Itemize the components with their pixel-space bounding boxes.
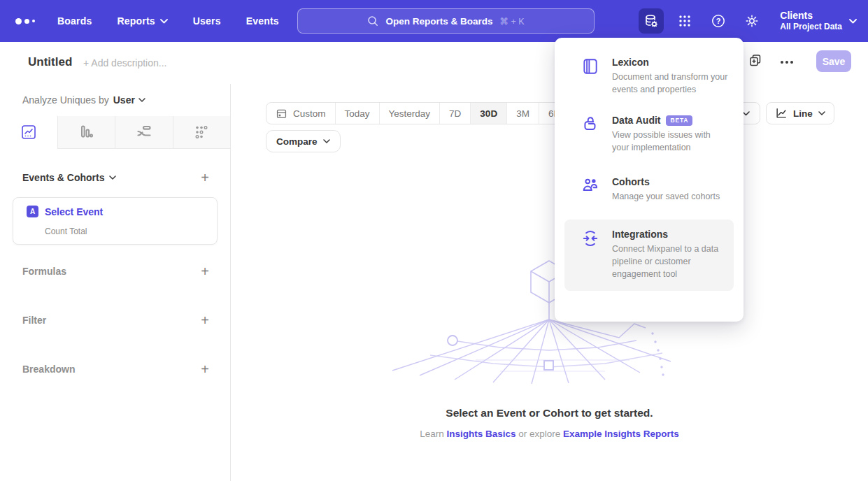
- line-style-icon: [775, 107, 788, 120]
- svg-text:?: ?: [716, 17, 721, 25]
- settings-button[interactable]: [739, 8, 764, 34]
- count-total-label[interactable]: Count Total: [45, 227, 87, 236]
- empty-state-subtext: Learn Insights Basics or explore Example…: [231, 429, 868, 439]
- mixpanel-logo: [15, 18, 46, 24]
- bar-chart-icon: [78, 124, 94, 141]
- calendar-icon: [276, 108, 287, 120]
- date-range-label: Custom: [293, 108, 326, 119]
- select-event-label[interactable]: Select Event: [45, 206, 103, 217]
- menu-item-description: Document and transform your events and p…: [612, 71, 730, 96]
- date-range-3m[interactable]: 3M: [506, 103, 539, 124]
- data-management-button[interactable]: [639, 8, 664, 34]
- tab-bar-chart[interactable]: [57, 116, 115, 149]
- tab-metric-chart[interactable]: [173, 116, 231, 149]
- project-name: Clients: [780, 10, 842, 22]
- beta-badge: BETA: [666, 115, 692, 126]
- breakdown-section: Breakdown +: [0, 362, 230, 376]
- menu-item-cohorts[interactable]: Cohorts Manage your saved cohorts: [555, 176, 744, 203]
- date-range-label: 3M: [516, 108, 529, 119]
- duplicate-icon: [748, 53, 762, 67]
- date-range-label: 30D: [480, 108, 497, 119]
- report-title[interactable]: Untitled: [28, 55, 72, 69]
- analyze-value: User: [113, 94, 135, 106]
- nav-link-label: Users: [193, 15, 221, 27]
- menu-item-data-audit[interactable]: Data Audit BETA View possible issues wit…: [555, 115, 744, 154]
- chevron-down-icon: [160, 19, 168, 24]
- events-cohorts-header[interactable]: Events & Cohorts: [22, 172, 116, 183]
- search-label: Open Reports & Boards: [385, 16, 492, 27]
- menu-item-integrations[interactable]: Integrations Connect Mixpanel to a data …: [564, 220, 734, 291]
- top-navbar: Boards Reports Users Events Open Reports…: [0, 0, 868, 42]
- analyze-row: Analyze Uniques by User: [0, 84, 230, 116]
- integrations-sync-icon: [581, 229, 599, 247]
- events-cohorts-section: Events & Cohorts +: [0, 171, 230, 185]
- help-icon: ?: [711, 13, 726, 29]
- date-range-label: 7D: [449, 108, 461, 119]
- menu-item-title: Lexicon: [612, 57, 649, 68]
- insights-basics-link[interactable]: Insights Basics: [446, 429, 515, 439]
- add-formula-button[interactable]: +: [201, 264, 209, 278]
- global-search[interactable]: Open Reports & Boards ⌘ + K: [297, 8, 595, 34]
- date-range-custom[interactable]: Custom: [266, 103, 335, 124]
- gear-icon: [744, 13, 760, 29]
- menu-item-lexicon[interactable]: Lexicon Document and transform your even…: [555, 57, 744, 96]
- lexicon-book-icon: [581, 57, 599, 76]
- empty-state-heading: Select an Event or Cohort to get started…: [231, 407, 868, 419]
- add-breakdown-button[interactable]: +: [201, 362, 209, 376]
- nav-link-label: Reports: [117, 15, 155, 27]
- tab-flow-chart[interactable]: [115, 116, 173, 149]
- add-filter-button[interactable]: +: [201, 313, 209, 327]
- analyze-value-dropdown[interactable]: User: [113, 94, 145, 106]
- menu-item-title: Integrations: [612, 229, 668, 240]
- nav-link-label: Events: [246, 15, 279, 27]
- date-range-today[interactable]: Today: [335, 103, 379, 124]
- example-reports-link[interactable]: Example Insights Reports: [563, 429, 679, 439]
- nav-links: Boards Reports Users Events: [57, 10, 304, 32]
- nav-link-events[interactable]: Events: [246, 10, 279, 32]
- chevron-down-icon: [818, 111, 825, 115]
- save-button[interactable]: Save: [816, 50, 851, 72]
- query-builder-sidebar: Analyze Uniques by User: [0, 84, 231, 481]
- date-range-label: Today: [345, 108, 370, 119]
- chevron-down-icon: [323, 139, 330, 143]
- search-icon: [367, 15, 378, 27]
- data-audit-icon: [581, 115, 599, 134]
- more-options-button[interactable]: [778, 53, 796, 71]
- breakdown-label: Breakdown: [22, 364, 75, 375]
- menu-item-description: View possible issues with your implement…: [612, 129, 730, 154]
- filter-label: Filter: [22, 315, 46, 326]
- compare-label: Compare: [276, 136, 318, 147]
- chevron-down-icon: [109, 175, 116, 180]
- nav-link-label: Boards: [57, 15, 92, 27]
- nav-link-boards[interactable]: Boards: [57, 10, 92, 32]
- analyze-label: Analyze Uniques by: [22, 94, 109, 106]
- nav-link-users[interactable]: Users: [193, 10, 221, 32]
- menu-item-title: Cohorts: [612, 176, 650, 187]
- chart-type-tabs: [0, 116, 230, 149]
- menu-item-description: Connect Mixpanel to a data pipeline or c…: [612, 243, 730, 280]
- tab-line-chart[interactable]: [0, 116, 57, 149]
- compare-button[interactable]: Compare: [266, 130, 341, 152]
- duplicate-report-button[interactable]: [748, 53, 762, 67]
- apps-grid-button[interactable]: [672, 8, 697, 34]
- add-event-button[interactable]: +: [201, 171, 209, 185]
- nav-link-reports[interactable]: Reports: [117, 10, 167, 32]
- dots-grid-icon: [193, 124, 210, 141]
- date-range-label: Yesterday: [389, 108, 431, 119]
- date-range-7d[interactable]: 7D: [439, 103, 470, 124]
- menu-item-description: Manage your saved cohorts: [612, 190, 720, 203]
- date-range-30d[interactable]: 30D: [470, 103, 506, 124]
- data-management-menu: Lexicon Document and transform your even…: [555, 38, 744, 322]
- chart-style-dropdown[interactable]: Line: [766, 102, 834, 124]
- date-range-yesterday[interactable]: Yesterday: [379, 103, 440, 124]
- cohorts-people-icon: [581, 177, 599, 195]
- formulas-label: Formulas: [22, 266, 66, 277]
- help-button[interactable]: ?: [706, 8, 731, 34]
- nav-right-cluster: ? Clients All Project Data: [639, 0, 857, 42]
- event-letter-badge: A: [27, 206, 38, 217]
- project-selector[interactable]: Clients All Project Data: [780, 10, 857, 33]
- event-card[interactable]: A Select Event Count Total: [13, 197, 218, 245]
- add-description-field[interactable]: + Add description...: [83, 57, 166, 69]
- chevron-down-icon: [138, 98, 145, 102]
- grid-dots-icon: [678, 14, 692, 28]
